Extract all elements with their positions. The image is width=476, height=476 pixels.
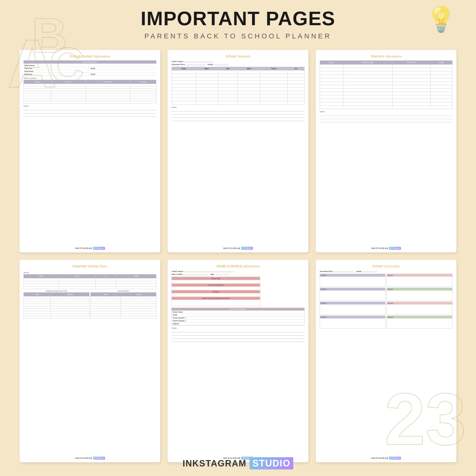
- notes-line-4: [171, 340, 304, 342]
- subject-1-header: Subject:: [320, 274, 386, 277]
- notes-line-3: [171, 116, 304, 118]
- table-row: [24, 311, 89, 314]
- table-row: [172, 84, 304, 87]
- phone-email-row: Phone No.: Email:: [23, 67, 156, 70]
- subject-4-body: [387, 290, 452, 300]
- table-row: [24, 86, 156, 89]
- table-row: [90, 299, 156, 301]
- subject-8-body: [387, 319, 452, 328]
- holidays-events-section: Holidays During School Year Date Holiday: [23, 290, 156, 319]
- notes-section: Notes: [171, 106, 304, 122]
- holidays-section: Holidays During School Year Date Holiday: [23, 290, 89, 319]
- pages-grid: School Contact Information Main Informat…: [0, 43, 476, 470]
- col-position: Position: [51, 80, 85, 84]
- table-row: [90, 309, 156, 311]
- col-term: Term: [24, 274, 59, 278]
- table-row: [320, 88, 452, 92]
- other-contacts-label: Other Contacts: [23, 77, 156, 79]
- medications-value: [172, 287, 260, 290]
- events-table: Date Event: [90, 292, 156, 319]
- blood-type-value: [172, 280, 260, 284]
- col-email: Email: [430, 61, 452, 65]
- medications-row: Current Medications: [172, 284, 260, 287]
- table-row: [90, 296, 156, 299]
- table-row: [24, 278, 156, 281]
- table-row: [24, 94, 156, 96]
- col-to: To: [95, 274, 116, 278]
- subject-7: Subject:: [320, 316, 386, 328]
- table-row: [320, 102, 452, 106]
- events-header: School Events: [90, 290, 156, 292]
- col-email: Email: [130, 80, 156, 84]
- bottom-brand-studio: STUDIO: [250, 457, 293, 469]
- table-row: [172, 94, 304, 98]
- blood-type-row: Blood Type: [172, 277, 260, 280]
- table-row: [24, 309, 89, 311]
- table-row: [172, 101, 304, 105]
- terms-table: Term From To Notes: [23, 274, 156, 289]
- notes-line-4: [171, 119, 304, 121]
- email-cell: Email:: [90, 67, 156, 70]
- table-row: [24, 96, 156, 99]
- main-info-header: Main Information: [23, 60, 156, 64]
- col-grade-subject: Grade/Subject: [343, 61, 392, 65]
- notes-label: Notes: [320, 111, 453, 113]
- table-row: [320, 78, 452, 82]
- timetable-table: Time Mon Tue Wed Thurs Fri: [171, 67, 304, 105]
- table-row: [24, 89, 156, 91]
- col-time: Time: [172, 67, 196, 70]
- head-name-row: Head Name:: [23, 70, 156, 73]
- table-row: [24, 314, 89, 316]
- allergies-row: Allergies: [172, 290, 260, 293]
- school-name-cell: School Name:: [23, 64, 156, 67]
- table-row: [24, 299, 89, 301]
- phone2-cell: Phone No.:: [23, 73, 90, 76]
- subject-1: Subject:: [320, 274, 386, 287]
- table-row: [90, 316, 156, 319]
- table-row: [172, 91, 304, 94]
- card-school-timetable: School Timetable Child's Name: Semester/…: [168, 50, 308, 253]
- semester-grade-row: Semester/Term: Grade:: [320, 270, 453, 272]
- subject-2: Subject:: [387, 274, 453, 287]
- col-phone: Phone No.: [392, 61, 430, 65]
- subject-5: Subject:: [320, 302, 386, 315]
- notes-line-2: [171, 112, 304, 115]
- table-row: [320, 71, 452, 75]
- card-title-teachers: Teachers Information: [320, 54, 453, 58]
- table-row: [172, 74, 304, 77]
- events-section: School Events Date Event: [90, 290, 156, 319]
- col-from: From: [59, 274, 95, 278]
- doctor-phone2-row: Phone Number 2: [172, 320, 304, 323]
- notes-section: Notes: [320, 111, 453, 123]
- health-conditions: Blood Type Current Medications Allergies…: [171, 277, 260, 306]
- allergies-value: [172, 293, 260, 297]
- head-name-cell: Head Name:: [23, 70, 156, 73]
- col-notes: Notes: [116, 274, 156, 278]
- grade-label: Grade:: [356, 270, 377, 272]
- notes-line-3: [320, 120, 453, 122]
- brand-footer: INKSTAGRAM STUDIO: [171, 246, 304, 250]
- notes-label: Notes: [171, 106, 304, 108]
- notes-line-1: [171, 109, 304, 112]
- holidays-table: Date Holiday: [23, 292, 89, 319]
- table-row: [24, 287, 156, 289]
- table-row: [320, 65, 452, 68]
- health-concerns-row: Health Concerns/ Medical Conditions: [172, 297, 260, 300]
- table-row: [24, 84, 156, 86]
- notes-line-3: [171, 336, 304, 339]
- doctor-address-row: Address: [172, 323, 304, 325]
- card-school-curriculum: School Curriculum Semester/Term: Grade: …: [316, 260, 457, 462]
- card-title-timetable: School Timetable: [171, 54, 304, 58]
- table-row: [172, 77, 304, 81]
- bottom-brand: INKSTAGRAM STUDIO: [0, 458, 476, 469]
- table-row: [90, 311, 156, 314]
- doctor-info-table: Doctor Name Email Phone Number 1 Phone N…: [171, 310, 304, 325]
- other-contacts-table: Name Position Phone No. Email: [23, 80, 156, 103]
- notes-line-1: [320, 114, 453, 116]
- doctor-email-row: Email: [172, 314, 304, 317]
- subject-8-header: Subject:: [387, 316, 452, 319]
- notes-line-3: [23, 114, 156, 117]
- child-info: Child's Name:: [171, 60, 304, 63]
- teachers-table: Name Grade/Subject Phone No. Email: [320, 60, 453, 109]
- table-row: [24, 301, 89, 304]
